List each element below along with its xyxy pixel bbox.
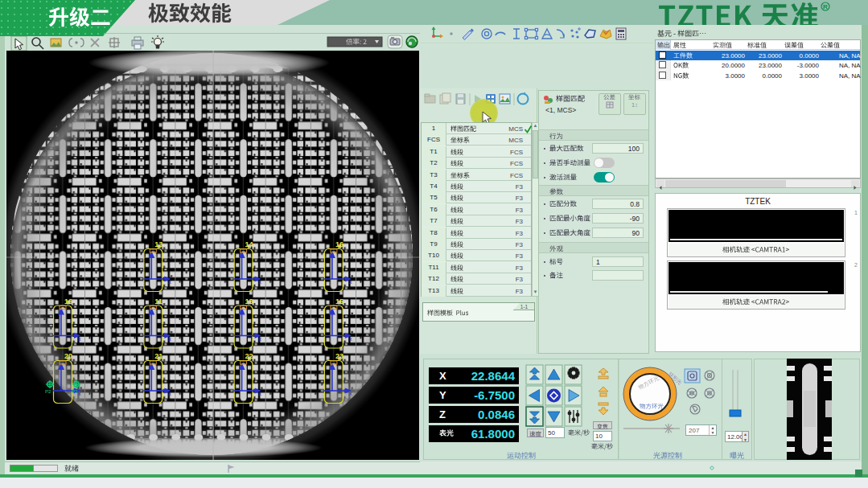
svg-text:15: 15 bbox=[335, 297, 343, 306]
svg-text:23: 23 bbox=[335, 352, 343, 360]
svg-text:x: x bbox=[259, 279, 262, 285]
svg-text:22: 22 bbox=[245, 352, 253, 360]
svg-text:16: 16 bbox=[64, 297, 72, 306]
svg-text:x: x bbox=[78, 391, 81, 396]
svg-text:x: x bbox=[349, 391, 352, 396]
svg-text:20: 20 bbox=[64, 352, 72, 360]
svg-text:x: x bbox=[349, 279, 352, 285]
svg-text:18: 18 bbox=[245, 297, 253, 306]
svg-text:16: 16 bbox=[335, 240, 343, 248]
svg-text:x: x bbox=[168, 391, 171, 396]
svg-text:x: x bbox=[168, 279, 171, 285]
svg-text:x: x bbox=[168, 336, 171, 342]
svg-text:11: 11 bbox=[154, 297, 162, 306]
svg-text:21: 21 bbox=[154, 352, 162, 360]
svg-text:x: x bbox=[259, 391, 262, 396]
svg-text:P2: P2 bbox=[72, 389, 78, 394]
svg-text:P2: P2 bbox=[45, 389, 51, 394]
svg-text:x: x bbox=[349, 336, 352, 342]
svg-text:x: x bbox=[259, 336, 262, 342]
svg-text:R: R bbox=[823, 3, 828, 10]
svg-text:14: 14 bbox=[245, 240, 253, 248]
svg-text:13: 13 bbox=[154, 240, 162, 248]
svg-text:x: x bbox=[78, 336, 81, 342]
